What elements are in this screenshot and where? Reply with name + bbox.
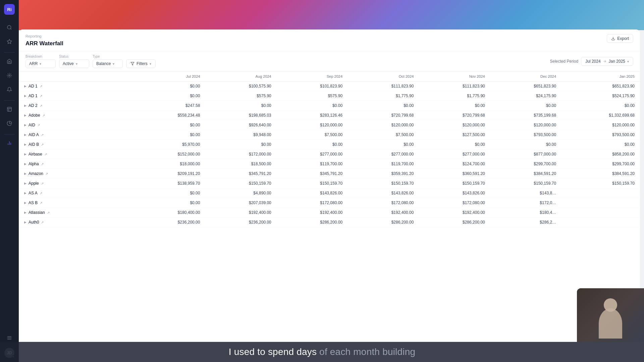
external-link-icon[interactable]: ↗ [41, 182, 44, 185]
table-cell: $150,159.70 [490, 179, 561, 188]
col-header-dec2024: Dec 2024 [490, 72, 561, 81]
row-name-cell: ▶ AD 2 ↗ [19, 101, 134, 111]
external-link-icon[interactable]: ↗ [42, 114, 45, 117]
expand-icon[interactable]: ▶ [24, 211, 26, 214]
col-header-jul2024: Jul 2024 [134, 72, 205, 81]
subtitle-text: I used to spend days of each month build… [229, 347, 416, 357]
external-link-icon[interactable]: ↗ [40, 94, 42, 98]
table-row: ▶ Auth0 ↗ $236,200.00$236,200.00$286,200… [19, 218, 640, 227]
table-cell: $0.00 [134, 91, 205, 101]
table-cell: $299,700.00 [561, 159, 640, 169]
table-cell: $120,000.00 [277, 120, 348, 130]
table-cell: $0.00 [490, 140, 561, 149]
table-row: ▶ Atlassian ↗ $180,400.00$192,400.00$192… [19, 208, 640, 218]
table-cell: $0.00 [348, 101, 419, 111]
arr-table-container[interactable]: Jul 2024 Aug 2024 Sep 2024 Oct 2024 Nov … [19, 72, 640, 362]
table-cell: $172,080.00 [348, 198, 419, 208]
external-link-icon[interactable]: ↗ [45, 172, 48, 176]
row-name-cell: ▶ Atlassian ↗ [19, 208, 134, 218]
row-name-cell: ▶ Apple ↗ [19, 179, 134, 188]
expand-icon[interactable]: ▶ [24, 94, 26, 98]
subtitle-bar: I used to spend days of each month build… [0, 342, 644, 362]
expand-icon[interactable]: ▶ [24, 191, 26, 195]
sidebar-item-analytics[interactable] [3, 117, 15, 129]
table-row: ▶ AID B ↗ $5,970.00$0.00$0.00$0.00$0.00$… [19, 140, 640, 149]
sidebar-item-reports[interactable] [3, 103, 15, 115]
external-link-icon[interactable]: ↗ [41, 133, 44, 137]
table-cell: $277,000.00 [419, 149, 490, 159]
expand-icon[interactable]: ▶ [24, 153, 26, 156]
sidebar-item-charts[interactable] [3, 137, 15, 149]
breakdown-select[interactable]: ARR ▾ [25, 59, 56, 68]
table-cell: $111,823.90 [419, 81, 490, 91]
sidebar-item-search[interactable] [3, 21, 15, 34]
expand-icon[interactable]: ▶ [24, 114, 26, 117]
table-cell: $120,000.00 [419, 120, 490, 130]
table-cell: $0.00 [134, 130, 205, 140]
expand-icon[interactable]: ▶ [24, 84, 26, 88]
sidebar-item-settings[interactable] [3, 69, 15, 81]
table-cell: $384,591.20 [490, 169, 561, 179]
table-cell: $209,191.20 [134, 169, 205, 179]
status-label: Status [59, 55, 89, 58]
expand-icon[interactable]: ▶ [24, 182, 26, 185]
company-name: AD 2 [29, 103, 38, 108]
period-range-selector[interactable]: Jul 2024 Jan 2025 ▾ [581, 57, 633, 66]
expand-icon[interactable]: ▶ [24, 172, 26, 175]
external-link-icon[interactable]: ↗ [40, 84, 42, 88]
external-link-icon[interactable]: ↗ [37, 123, 40, 127]
table-cell: $127,500.00 [419, 130, 490, 140]
sidebar-item-notifications[interactable] [3, 83, 15, 96]
row-name-cell: ▶ AID ↗ [19, 120, 134, 130]
sidebar-item-home[interactable] [3, 55, 15, 67]
table-cell: $651,823.90 [490, 81, 561, 91]
table-cell: $120,000.00 [490, 120, 561, 130]
content-panel: Export Reporting ARR Waterfall Breakdown… [19, 29, 640, 362]
col-header-sep2024: Sep 2024 [277, 72, 348, 81]
table-row: ▶ Airbase ↗ $152,000.00$172,000.00$277,0… [19, 149, 640, 159]
external-link-icon[interactable]: ↗ [41, 143, 44, 146]
table-row: ▶ AD 2 ↗ $247.58$0.00$0.00$0.00$0.00$0.0… [19, 101, 640, 111]
external-link-icon[interactable]: ↗ [40, 104, 42, 108]
sidebar-item-star[interactable] [3, 36, 15, 48]
table-cell: $150,159.70 [277, 179, 348, 188]
table-row: ▶ Adobe ↗ $558,234.48$198,685.03$283,126… [19, 111, 640, 120]
table-row: ▶ AID A ↗ $0.00$9,948.00$7,500.00$7,500.… [19, 130, 640, 140]
table-cell: $286,200.00 [277, 218, 348, 227]
table-cell: $101,823.90 [277, 81, 348, 91]
table-cell: $198,685.03 [205, 111, 276, 120]
sidebar-logo[interactable]: Ri [4, 4, 15, 15]
status-select[interactable]: Active ▾ [59, 59, 89, 68]
expand-icon[interactable]: ▶ [24, 221, 26, 224]
table-cell: $720,799.68 [348, 111, 419, 120]
external-link-icon[interactable]: ↗ [41, 221, 44, 224]
table-cell: $150,159.70 [419, 179, 490, 188]
expand-icon[interactable]: ▶ [24, 143, 26, 146]
external-link-icon[interactable]: ↗ [41, 162, 44, 166]
expand-icon[interactable]: ▶ [24, 201, 26, 204]
company-name: AID B [29, 142, 39, 147]
external-link-icon[interactable]: ↗ [40, 191, 42, 195]
expand-icon[interactable]: ▶ [24, 123, 26, 127]
expand-icon[interactable]: ▶ [24, 133, 26, 136]
table-cell: $120,000.00 [561, 120, 640, 130]
export-button[interactable]: Export [607, 34, 633, 43]
table-cell: $0.00 [277, 140, 348, 149]
type-select[interactable]: Balance ▾ [93, 59, 123, 68]
table-row: ▶ AID ↗ $0.00$926,640.00$120,000.00$120,… [19, 120, 640, 130]
table-cell: $277,000.00 [277, 149, 348, 159]
table-cell: $180,400.00 [134, 208, 205, 218]
table-cell: $0.00 [277, 101, 348, 111]
panel-header: Reporting ARR Waterfall [19, 29, 640, 51]
expand-icon[interactable]: ▶ [24, 104, 26, 107]
external-link-icon[interactable]: ↗ [44, 153, 47, 156]
external-link-icon[interactable]: ↗ [47, 211, 50, 215]
table-cell: $24,175.90 [490, 91, 561, 101]
filters-button[interactable]: Filters ▾ [126, 59, 156, 68]
table-row: ▶ AD 1 ↗ $0.00$100,575.90$101,823.90$111… [19, 81, 640, 91]
external-link-icon[interactable]: ↗ [40, 201, 42, 205]
table-cell: $793,500.00 [561, 130, 640, 140]
expand-icon[interactable]: ▶ [24, 162, 26, 166]
company-name: Amazon [29, 171, 43, 176]
company-name: Adobe [29, 113, 40, 118]
